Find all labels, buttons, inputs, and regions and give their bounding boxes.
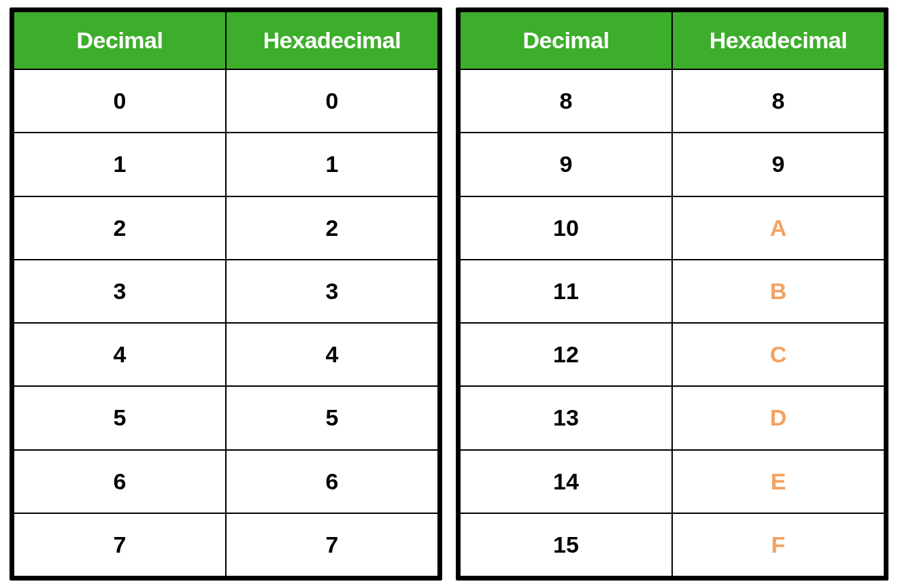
cell-hex: 2 xyxy=(226,196,438,260)
table-row: 11 B xyxy=(460,260,884,323)
table-row: 14 E xyxy=(460,450,884,513)
cell-decimal: 11 xyxy=(460,260,672,323)
cell-hex: 8 xyxy=(672,69,884,133)
cell-decimal: 12 xyxy=(460,323,672,386)
header-hexadecimal-right: Hexadecimal xyxy=(672,12,884,69)
cell-hex: 9 xyxy=(672,133,884,196)
table-row: 15 F xyxy=(460,513,884,576)
cell-decimal: 3 xyxy=(14,260,226,323)
table-row: 10 A xyxy=(460,196,884,260)
cell-hex: 3 xyxy=(226,260,438,323)
cell-decimal: 13 xyxy=(460,386,672,449)
decimal-hex-table-left: Decimal Hexadecimal 0 0 1 1 2 2 3 3 4 xyxy=(13,11,439,577)
table-row: 7 7 xyxy=(14,513,438,576)
header-decimal-right: Decimal xyxy=(460,12,672,69)
table-row: 6 6 xyxy=(14,450,438,513)
table-row: 2 2 xyxy=(14,196,438,260)
cell-decimal: 4 xyxy=(14,323,226,386)
decimal-hex-table-right: Decimal Hexadecimal 8 8 9 9 10 A 11 B 12 xyxy=(459,11,885,577)
table-row: 5 5 xyxy=(14,386,438,449)
table-row: 12 C xyxy=(460,323,884,386)
cell-decimal: 8 xyxy=(460,69,672,133)
table-row: 13 D xyxy=(460,386,884,449)
cell-hex: D xyxy=(672,386,884,449)
header-hexadecimal-left: Hexadecimal xyxy=(226,12,438,69)
cell-hex: 4 xyxy=(226,323,438,386)
cell-decimal: 7 xyxy=(14,513,226,576)
table-row: 1 1 xyxy=(14,133,438,196)
cell-hex: 6 xyxy=(226,450,438,513)
cell-decimal: 0 xyxy=(14,69,226,133)
cell-hex: E xyxy=(672,450,884,513)
cell-decimal: 6 xyxy=(14,450,226,513)
cell-hex: B xyxy=(672,260,884,323)
cell-decimal: 14 xyxy=(460,450,672,513)
cell-decimal: 1 xyxy=(14,133,226,196)
cell-decimal: 2 xyxy=(14,196,226,260)
table-row: 3 3 xyxy=(14,260,438,323)
cell-decimal: 5 xyxy=(14,386,226,449)
cell-decimal: 9 xyxy=(460,133,672,196)
left-table-container: Decimal Hexadecimal 0 0 1 1 2 2 3 3 4 xyxy=(10,7,442,581)
table-row: 4 4 xyxy=(14,323,438,386)
table-row: 8 8 xyxy=(460,69,884,133)
cell-hex: 5 xyxy=(226,386,438,449)
cell-hex: A xyxy=(672,196,884,260)
cell-hex: 1 xyxy=(226,133,438,196)
cell-hex: 0 xyxy=(226,69,438,133)
right-table-container: Decimal Hexadecimal 8 8 9 9 10 A 11 B 12 xyxy=(456,7,888,581)
cell-decimal: 10 xyxy=(460,196,672,260)
cell-hex: C xyxy=(672,323,884,386)
table-row: 9 9 xyxy=(460,133,884,196)
cell-hex: 7 xyxy=(226,513,438,576)
cell-hex: F xyxy=(672,513,884,576)
header-decimal-left: Decimal xyxy=(14,12,226,69)
cell-decimal: 15 xyxy=(460,513,672,576)
table-row: 0 0 xyxy=(14,69,438,133)
